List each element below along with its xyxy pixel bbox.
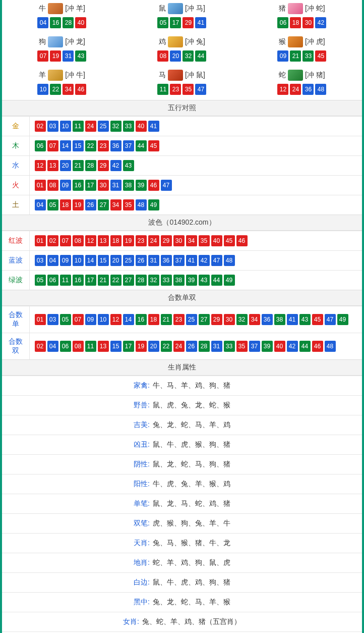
attr-key: 黑中: (134, 598, 150, 606)
number-chip: 34 (186, 235, 197, 246)
number-chip: 31 (63, 50, 74, 62)
wuxing-title: 五行对照 (2, 100, 362, 116)
zodiac-cell: 马[冲 鼠]11233547 (122, 67, 242, 100)
number-chip: 25 (98, 121, 109, 132)
number-chip: 40 (274, 341, 285, 352)
number-chip: 47 (325, 314, 336, 325)
number-chip: 44 (299, 341, 311, 352)
number-chip: 06 (60, 341, 71, 352)
number-chip: 28 (136, 275, 147, 286)
number-chip: 34 (249, 314, 260, 325)
number-chip: 22 (85, 140, 96, 151)
row-label: 土 (2, 195, 29, 215)
number-chip: 21 (161, 314, 172, 325)
table-row: 合数双0204060811131517192022242628313335373… (2, 333, 362, 360)
number-chip: 45 (224, 235, 235, 246)
zodiac-cell: 牛[冲 羊]04162840 (2, 0, 122, 33)
number-chip: 20 (148, 341, 159, 352)
zodiac-chong: [冲 鼠] (185, 71, 205, 80)
number-chip: 24 (85, 121, 96, 132)
zodiac-name: 鼠 (159, 4, 166, 13)
number-chip: 01 (35, 235, 46, 246)
number-chip: 32 (110, 121, 122, 132)
number-chip: 18 (110, 235, 122, 246)
zodiac-name: 蛇 (279, 71, 286, 80)
attr-row: 地肖: 蛇、羊、鸡、狗、鼠、虎 (2, 553, 362, 572)
number-chip: 07 (73, 314, 84, 325)
number-chip: 30 (302, 17, 314, 28)
attr-key: 双笔: (134, 519, 150, 527)
number-chip: 46 (75, 84, 86, 95)
row-nums: 03040910141520252631363741424748 (29, 251, 362, 271)
zodiac-cell: 猪[冲 蛇]06183042 (242, 0, 362, 33)
attr-row: 凶丑: 鼠、牛、虎、猴、狗、猪 (2, 435, 362, 454)
number-chip: 48 (136, 199, 147, 210)
table-row: 水1213202128294243 (2, 156, 362, 176)
number-chip: 45 (315, 50, 326, 62)
number-chip: 41 (195, 17, 206, 28)
zodiac-cell: 羊[冲 牛]10223446 (2, 67, 122, 100)
number-chip: 08 (47, 180, 58, 191)
zodiac-cell: 鸡[冲 兔]08203244 (122, 33, 242, 67)
number-chip: 20 (170, 50, 181, 62)
row-nums: 05061116172122272832333839434449 (29, 271, 362, 290)
attr-row: 家禽: 牛、马、羊、鸡、狗、猪 (2, 376, 362, 395)
number-chip: 13 (98, 341, 109, 352)
number-chip: 29 (161, 235, 172, 246)
number-chip: 42 (287, 341, 298, 352)
number-chip: 39 (262, 341, 273, 352)
number-chip: 49 (337, 314, 348, 325)
number-chip: 27 (98, 199, 109, 210)
attr-row: 女肖: 兔、蛇、羊、鸡、猪（五宫肖） (2, 612, 362, 631)
number-chip: 07 (60, 235, 71, 246)
heshu-table: 合数单0103050709101214161821232527293032343… (2, 306, 362, 359)
zodiac-name: 牛 (39, 4, 46, 13)
zodiac-chong: [冲 羊] (65, 4, 85, 13)
number-chip: 14 (85, 255, 96, 266)
number-chip: 10 (98, 314, 109, 325)
row-label: 合数单 (2, 306, 29, 333)
number-chip: 07 (47, 140, 58, 151)
number-chip: 31 (148, 255, 159, 266)
attr-value: 兔、龙、蛇、马、羊、猴 (153, 598, 230, 606)
number-chip: 16 (73, 275, 84, 286)
zodiac-icon (168, 70, 183, 81)
number-chip: 06 (47, 275, 58, 286)
number-chip: 37 (123, 140, 134, 151)
number-chip: 25 (186, 314, 197, 325)
number-chip: 48 (224, 255, 235, 266)
zodiac-chong: [冲 龙] (65, 37, 85, 46)
zodiac-icon (48, 70, 63, 81)
number-chip: 18 (60, 199, 71, 210)
table-row: 红波0102070812131819232429303435404546 (2, 231, 362, 251)
zodiac-cell: 鼠[冲 马]05172941 (122, 0, 242, 33)
number-chip: 07 (37, 50, 48, 62)
number-chip: 29 (211, 314, 222, 325)
number-chip: 34 (110, 199, 122, 210)
number-chip: 35 (236, 341, 248, 352)
number-chip: 12 (35, 160, 46, 171)
attr-key: 野兽: (134, 401, 150, 409)
number-chip: 30 (224, 314, 235, 325)
number-chip: 17 (123, 341, 134, 352)
row-nums: 0204060811131517192022242628313335373940… (29, 333, 362, 360)
number-chip: 10 (37, 84, 48, 95)
number-chip: 25 (123, 255, 134, 266)
zodiac-grid: 牛[冲 羊]04162840鼠[冲 马]05172941猪[冲 蛇]061830… (2, 0, 362, 100)
number-chip: 42 (110, 160, 122, 171)
number-chip: 31 (110, 180, 122, 191)
zodiac-icon (48, 36, 63, 47)
number-chip: 02 (35, 121, 46, 132)
number-chip: 04 (35, 199, 46, 210)
number-chip: 21 (290, 50, 301, 62)
attr-value: 牛、虎、兔、羊、猴、鸡 (153, 480, 230, 488)
number-chip: 29 (183, 17, 194, 28)
number-chip: 08 (157, 50, 168, 62)
attr-key: 家禽: (134, 381, 150, 389)
number-chip: 47 (161, 180, 172, 191)
number-chip: 18 (148, 314, 159, 325)
number-chip: 42 (199, 255, 210, 266)
row-label: 金 (2, 117, 29, 136)
attr-row: 天肖: 兔、马、猴、猪、牛、龙 (2, 533, 362, 553)
number-chip: 36 (161, 255, 172, 266)
